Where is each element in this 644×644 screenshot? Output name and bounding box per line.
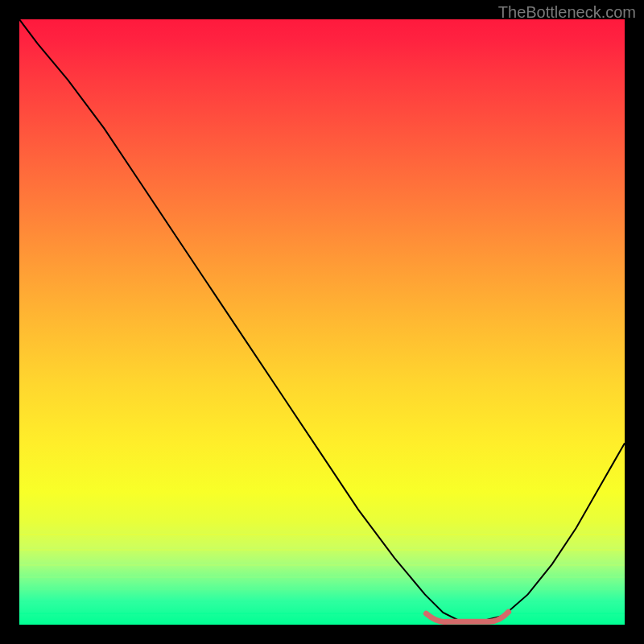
chart-plot-area: [19, 19, 625, 625]
watermark-text: TheBottleneck.com: [498, 3, 636, 22]
bottleneck-curve-line: [19, 19, 625, 621]
chart-svg: [19, 19, 625, 625]
